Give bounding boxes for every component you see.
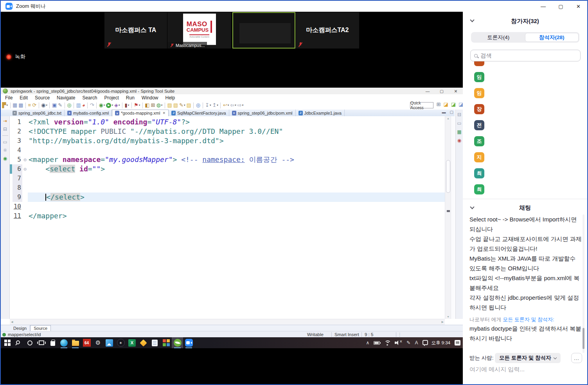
chat-scrollbar[interactable]: [583, 214, 584, 353]
refresh-icon[interactable]: ⟳: [32, 103, 36, 108]
split-editor-icon[interactable]: ▥: [76, 103, 81, 108]
editor-horizontal-scrollbar[interactable]: ◀ ▶: [10, 319, 445, 325]
video-tile[interactable]: [232, 12, 295, 49]
dropdown-caret-icon[interactable]: ▾: [104, 103, 105, 108]
new-wizard-icon[interactable]: ▛▾: [2, 103, 8, 108]
video-tile[interactable]: 마소캠퍼스TA2: [296, 12, 359, 49]
key-app[interactable]: ✶: [115, 337, 126, 348]
dropdown-caret-icon[interactable]: ▾: [242, 103, 244, 108]
start-button[interactable]: [2, 337, 13, 348]
tab-attendees[interactable]: 참석자(28): [525, 33, 579, 42]
store-app[interactable]: [47, 337, 58, 348]
tray-battery-icon[interactable]: [374, 341, 380, 345]
back-icon[interactable]: ⇦▾: [230, 103, 236, 108]
dropdown-caret-icon[interactable]: ▾: [235, 103, 236, 108]
code-text[interactable]: <mapper namespace="my.goodsMapper"> <!--…: [28, 155, 445, 164]
participant-avatar[interactable]: 장: [474, 104, 484, 114]
window-close-button[interactable]: ✕: [570, 1, 587, 12]
snippets-view-icon[interactable]: ※: [3, 148, 7, 153]
flag-icon[interactable]: ⚑: [134, 103, 138, 108]
documentation-view-icon[interactable]: ▭: [457, 121, 461, 126]
hancom-app[interactable]: [138, 337, 149, 348]
window-close-button[interactable]: ✕: [449, 88, 463, 94]
timer-icon[interactable]: ◕: [82, 103, 85, 108]
close-tab-icon[interactable]: ✕: [162, 111, 165, 115]
run-icon[interactable]: ▶▾: [106, 103, 113, 108]
dropdown-caret-icon[interactable]: ▾: [161, 103, 163, 108]
history-view-icon[interactable]: ◉: [457, 138, 461, 143]
save-icon[interactable]: ▦: [13, 103, 17, 108]
dropdown-caret-icon[interactable]: ▾: [111, 103, 113, 108]
spring-perspective-icon[interactable]: ◪: [451, 102, 456, 107]
search-toolbar-icon[interactable]: ✎▾: [179, 103, 185, 108]
folder-icon[interactable]: ▨: [186, 103, 191, 108]
editor-vertical-scrollbar[interactable]: ▲ ▼: [445, 116, 451, 319]
window-minimize-button[interactable]: —: [534, 1, 552, 12]
folder-icon[interactable]: ▨: [186, 103, 191, 108]
console-icon[interactable]: ▣: [52, 103, 57, 108]
new-wizard-icon[interactable]: ▛: [2, 103, 6, 108]
browser-icon[interactable]: ◎: [196, 103, 200, 108]
debug-icon[interactable]: ◉▾: [99, 103, 105, 108]
open-resource-icon[interactable]: ▧: [173, 103, 178, 108]
menu-search[interactable]: Search: [79, 95, 101, 101]
code-text[interactable]: [28, 146, 445, 155]
zoom-app[interactable]: [183, 337, 194, 348]
prev-annotation-icon[interactable]: ↥: [212, 103, 216, 108]
excel-app[interactable]: X: [126, 337, 138, 348]
task-view-button[interactable]: [36, 337, 47, 348]
tray-clock[interactable]: 오후 9:34: [431, 340, 450, 346]
tray-volume-muted-icon[interactable]: [395, 340, 402, 345]
back-icon[interactable]: ⇦: [230, 103, 234, 108]
coverage-icon[interactable]: ▮▾: [124, 103, 129, 108]
dropdown-caret-icon[interactable]: ▾: [228, 103, 229, 108]
participant-search-input[interactable]: 검색: [470, 50, 581, 61]
dropdown-caret-icon[interactable]: ▾: [119, 103, 120, 108]
boot-dashboard-icon[interactable]: ◉: [3, 155, 7, 162]
window-maximize-button[interactable]: ▢: [552, 1, 570, 12]
outline-view-icon[interactable]: ⊟: [457, 112, 461, 118]
tray-wifi-icon[interactable]: [384, 340, 390, 345]
split-editor-icon[interactable]: ▥: [76, 103, 81, 108]
save-icon[interactable]: ▦: [13, 103, 17, 108]
tray-ime-tool-icon[interactable]: [422, 340, 427, 346]
spring-perspective-icon[interactable]: ◪: [451, 102, 456, 107]
video-tile[interactable]: 마소캠퍼스 TA: [104, 12, 167, 49]
console-icon[interactable]: ▣: [52, 103, 57, 108]
java-perspective-icon[interactable]: ◪: [443, 102, 448, 107]
new-java-project-icon[interactable]: ◧: [145, 103, 149, 108]
code-editor[interactable]: 1<?xml version="1.0" encoding="UTF-8"?>2…: [10, 116, 445, 319]
history-view-icon[interactable]: ◉: [457, 137, 461, 144]
dropdown-caret-icon[interactable]: ▾: [139, 103, 140, 108]
new-class-icon[interactable]: ◍: [156, 103, 161, 108]
documentation-view-icon[interactable]: ▭: [457, 120, 461, 126]
forward-icon[interactable]: ⇨: [237, 103, 242, 108]
menu-file[interactable]: File: [2, 95, 16, 101]
palette-view-icon[interactable]: ▦: [457, 129, 461, 135]
menu-source[interactable]: Source: [31, 95, 53, 101]
browser-icon[interactable]: ◎: [196, 103, 200, 108]
menu-edit[interactable]: Edit: [16, 95, 31, 101]
chat-more-button[interactable]: …: [571, 353, 582, 363]
capture64-app[interactable]: 64: [81, 337, 92, 348]
code-text[interactable]: <?xml version="1.0" encoding="UTF-8"?>: [28, 117, 445, 127]
menu-help[interactable]: Help: [162, 95, 179, 101]
open-type-icon[interactable]: ▨: [167, 103, 172, 108]
project-explorer-icon[interactable]: ⊟: [3, 126, 7, 132]
outline-view-icon[interactable]: ⊟: [457, 112, 461, 117]
last-edit-icon[interactable]: ↩▾: [223, 103, 229, 108]
tab-panelists[interactable]: 토론자(4): [472, 33, 525, 42]
video-tile[interactable]: MASOCAMPUSActionable ContentMasocampus..…: [167, 12, 231, 49]
step-icon[interactable]: ↷: [90, 103, 94, 108]
edge-app[interactable]: [58, 337, 70, 348]
settings-app[interactable]: ⚙: [92, 337, 104, 348]
dropdown-caret-icon[interactable]: ▾: [46, 103, 47, 108]
forward-icon[interactable]: ⇨▾: [237, 103, 243, 108]
fold-icon[interactable]: ⊖: [22, 167, 28, 171]
restore-views-icon[interactable]: ⇥: [3, 118, 7, 124]
editor-minmax[interactable]: ▬▢: [442, 110, 453, 114]
scroll-left-icon[interactable]: ◀: [11, 320, 13, 324]
menu-project[interactable]: Project: [101, 95, 122, 101]
open-perspective-icon[interactable]: ⊞: [437, 102, 441, 107]
save-all-icon[interactable]: ▩: [18, 103, 23, 108]
